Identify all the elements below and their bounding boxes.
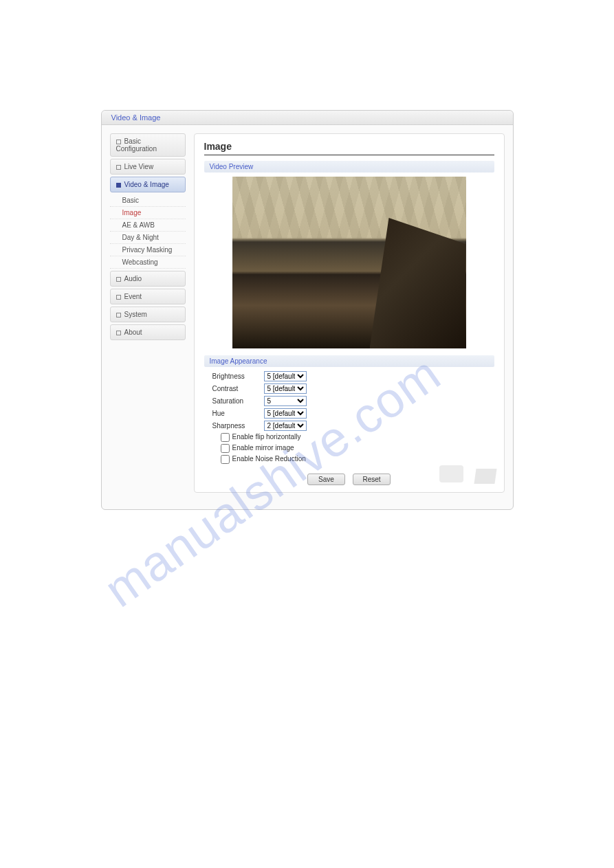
sidebar-item-label: Event — [124, 293, 142, 300]
bullet-icon — [116, 313, 121, 318]
sub-item-image[interactable]: Image — [110, 207, 186, 219]
row-contrast: Contrast 5 [default] — [212, 383, 494, 394]
video-preview-image — [232, 177, 466, 348]
sidebar-item-basic-configuration[interactable]: Basic Configuration — [110, 133, 186, 157]
label-brightness: Brightness — [212, 372, 264, 380]
bullet-icon — [116, 331, 121, 335]
select-hue[interactable]: 5 [default] — [264, 408, 307, 419]
save-button[interactable]: Save — [307, 474, 345, 485]
check-mirror[interactable] — [221, 444, 230, 453]
select-sharpness[interactable]: 2 [default] — [264, 421, 307, 431]
sidebar: Basic Configuration Live View Video & Im… — [110, 133, 186, 493]
layout: Basic Configuration Live View Video & Im… — [102, 125, 513, 501]
bullet-icon — [116, 165, 121, 170]
sidebar-item-video-image[interactable]: Video & Image — [110, 177, 186, 192]
check-flip-row: Enable flip horizontally — [221, 433, 494, 442]
row-hue: Hue 5 [default] — [212, 408, 494, 419]
label-sharpness: Sharpness — [212, 422, 264, 430]
row-brightness: Brightness 5 [default] — [212, 371, 494, 381]
sub-item-webcasting[interactable]: Webcasting — [110, 256, 186, 269]
section-image-appearance: Image Appearance — [204, 355, 494, 367]
sidebar-item-label: Live View — [124, 163, 154, 170]
preview-container — [204, 177, 494, 350]
decorative-graphic — [432, 448, 501, 489]
title-text: Video & Image — [111, 113, 161, 122]
sidebar-item-event[interactable]: Event — [110, 289, 186, 304]
row-saturation: Saturation 5 — [212, 396, 494, 406]
label-contrast: Contrast — [212, 385, 264, 392]
reset-button[interactable]: Reset — [353, 474, 391, 485]
select-brightness[interactable]: 5 [default] — [264, 371, 307, 381]
bullet-icon — [116, 183, 121, 188]
check-flip-label: Enable flip horizontally — [232, 433, 301, 441]
page-title: Image — [204, 141, 494, 155]
sidebar-submenu: Basic Image AE & AWB Day & Night Privacy… — [110, 194, 186, 269]
check-noise-label: Enable Noise Reduction — [232, 455, 306, 463]
section-video-preview: Video Preview — [204, 161, 494, 173]
bullet-icon — [116, 140, 121, 144]
row-sharpness: Sharpness 2 [default] — [212, 421, 494, 431]
check-noise[interactable] — [221, 455, 230, 464]
bullet-icon — [116, 295, 121, 300]
check-flip[interactable] — [221, 433, 230, 442]
title-bar: Video & Image — [102, 111, 513, 125]
sidebar-item-label: Basic Configuration — [116, 137, 157, 153]
sidebar-item-about[interactable]: About — [110, 324, 186, 340]
select-saturation[interactable]: 5 — [264, 396, 307, 406]
sidebar-item-audio[interactable]: Audio — [110, 271, 186, 287]
sub-item-ae-awb[interactable]: AE & AWB — [110, 219, 186, 232]
select-contrast[interactable]: 5 [default] — [264, 383, 307, 394]
sub-item-basic[interactable]: Basic — [110, 194, 186, 207]
app-window: Video & Image Basic Configuration Live V… — [101, 110, 514, 510]
sidebar-item-label: System — [124, 311, 147, 318]
content-panel: Image Video Preview Image Appearance Bri… — [194, 133, 505, 493]
sidebar-item-label: About — [124, 329, 142, 336]
sidebar-item-system[interactable]: System — [110, 307, 186, 322]
bullet-icon — [116, 277, 121, 282]
sub-item-day-night[interactable]: Day & Night — [110, 232, 186, 244]
sidebar-item-live-view[interactable]: Live View — [110, 159, 186, 175]
sub-item-privacy-masking[interactable]: Privacy Masking — [110, 244, 186, 256]
label-saturation: Saturation — [212, 397, 264, 405]
label-hue: Hue — [212, 410, 264, 417]
sidebar-item-label: Video & Image — [124, 181, 169, 188]
check-mirror-label: Enable mirror image — [232, 444, 294, 452]
sidebar-item-label: Audio — [124, 275, 142, 282]
